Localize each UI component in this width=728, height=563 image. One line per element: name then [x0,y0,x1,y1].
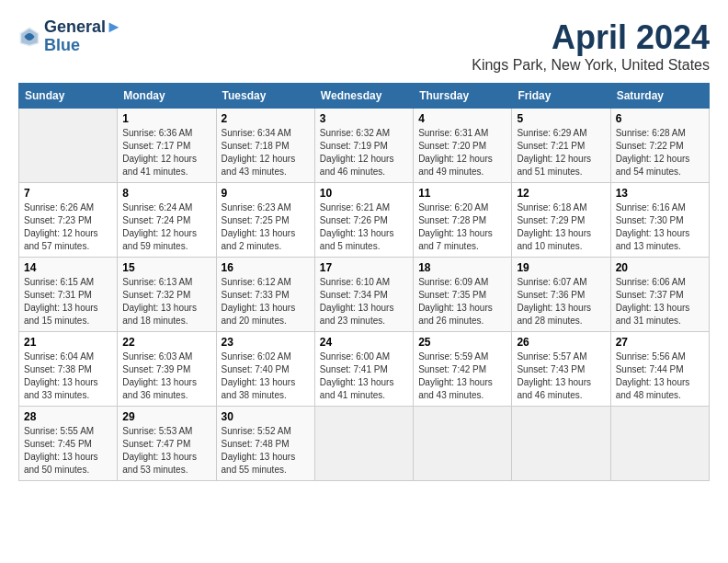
day-number: 29 [122,410,210,423]
day-info: Sunrise: 6:23 AM Sunset: 7:25 PM Dayligh… [222,201,310,253]
day-info: Sunrise: 6:21 AM Sunset: 7:26 PM Dayligh… [320,201,408,253]
calendar-cell: 6 Sunrise: 6:28 AM Sunset: 7:22 PM Dayli… [610,109,709,183]
day-info: Sunrise: 6:02 AM Sunset: 7:40 PM Dayligh… [222,350,310,402]
daylight-label: Daylight: 12 hours and 43 minutes. [222,154,296,177]
day-info: Sunrise: 6:13 AM Sunset: 7:32 PM Dayligh… [122,276,210,327]
day-info: Sunrise: 5:59 AM Sunset: 7:42 PM Dayligh… [418,350,506,402]
sunrise-label: Sunrise: 6:02 AM [222,351,291,362]
calendar-cell: 20 Sunrise: 6:06 AM Sunset: 7:37 PM Dayl… [610,258,709,332]
sunrise-label: Sunrise: 6:18 AM [517,202,586,213]
day-number: 14 [24,261,112,274]
calendar-cell: 27 Sunrise: 5:56 AM Sunset: 7:44 PM Dayl… [610,332,709,407]
sunrise-label: Sunrise: 6:09 AM [418,277,488,287]
sunset-label: Sunset: 7:18 PM [222,141,290,151]
daylight-label: Daylight: 12 hours and 51 minutes. [517,154,591,177]
calendar-cell: 17 Sunrise: 6:10 AM Sunset: 7:34 PM Dayl… [314,258,413,332]
calendar-cell: 23 Sunrise: 6:02 AM Sunset: 7:40 PM Dayl… [216,332,314,407]
sunrise-label: Sunrise: 6:26 AM [24,202,94,213]
calendar-table: SundayMondayTuesdayWednesdayThursdayFrid… [18,83,710,481]
daylight-label: Daylight: 13 hours and 50 minutes. [24,452,98,475]
daylight-label: Daylight: 12 hours and 49 minutes. [418,154,493,177]
daylight-label: Daylight: 13 hours and 23 minutes. [320,303,394,326]
sunset-label: Sunset: 7:25 PM [222,215,290,225]
sunrise-label: Sunrise: 6:04 AM [24,351,94,362]
calendar-title: April 2024 [472,18,710,57]
daylight-label: Daylight: 13 hours and 2 minutes. [222,228,296,251]
calendar-week-row: 7 Sunrise: 6:26 AM Sunset: 7:23 PM Dayli… [19,183,710,258]
daylight-label: Daylight: 13 hours and 26 minutes. [418,303,493,326]
day-number: 28 [24,410,112,423]
calendar-cell: 24 Sunrise: 6:00 AM Sunset: 7:41 PM Dayl… [314,332,413,407]
day-info: Sunrise: 6:12 AM Sunset: 7:33 PM Dayligh… [222,276,310,327]
day-number: 25 [418,336,506,349]
sunrise-label: Sunrise: 6:31 AM [418,128,488,138]
sunrise-label: Sunrise: 5:56 AM [616,351,686,362]
calendar-cell: 7 Sunrise: 6:26 AM Sunset: 7:23 PM Dayli… [19,183,118,258]
day-number: 16 [222,261,310,274]
sunset-label: Sunset: 7:30 PM [616,215,684,225]
calendar-cell: 8 Sunrise: 6:24 AM Sunset: 7:24 PM Dayli… [118,183,216,258]
sunrise-label: Sunrise: 6:21 AM [320,202,390,213]
sunset-label: Sunset: 7:37 PM [616,290,684,300]
day-info: Sunrise: 6:24 AM Sunset: 7:24 PM Dayligh… [122,201,210,253]
day-info: Sunrise: 5:53 AM Sunset: 7:47 PM Dayligh… [122,425,210,477]
sunrise-label: Sunrise: 6:36 AM [122,128,192,138]
column-header-friday: Friday [512,84,610,109]
sunrise-label: Sunrise: 5:57 AM [517,351,586,362]
sunset-label: Sunset: 7:24 PM [122,215,190,225]
day-info: Sunrise: 6:31 AM Sunset: 7:20 PM Dayligh… [418,127,506,178]
sunset-label: Sunset: 7:29 PM [517,215,585,225]
calendar-cell: 12 Sunrise: 6:18 AM Sunset: 7:29 PM Dayl… [512,183,610,258]
calendar-cell: 15 Sunrise: 6:13 AM Sunset: 7:32 PM Dayl… [118,258,216,332]
column-header-sunday: Sunday [19,84,118,109]
day-number: 12 [517,187,605,200]
sunrise-label: Sunrise: 6:16 AM [616,202,686,213]
daylight-label: Daylight: 13 hours and 46 minutes. [517,377,591,400]
column-header-thursday: Thursday [414,84,512,109]
day-info: Sunrise: 6:28 AM Sunset: 7:22 PM Dayligh… [616,127,704,178]
column-header-monday: Monday [118,84,216,109]
day-number: 21 [24,336,112,349]
sunset-label: Sunset: 7:40 PM [222,364,290,374]
calendar-cell [414,407,512,481]
sunrise-label: Sunrise: 6:07 AM [517,277,586,287]
daylight-label: Daylight: 12 hours and 57 minutes. [24,228,98,251]
calendar-cell: 16 Sunrise: 6:12 AM Sunset: 7:33 PM Dayl… [216,258,314,332]
day-number: 20 [616,261,704,274]
calendar-subtitle: Kings Park, New York, United States [472,57,710,74]
day-number: 10 [320,187,408,200]
sunset-label: Sunset: 7:42 PM [418,364,486,374]
day-number: 18 [418,261,506,274]
day-info: Sunrise: 5:52 AM Sunset: 7:48 PM Dayligh… [222,425,310,477]
day-info: Sunrise: 6:07 AM Sunset: 7:36 PM Dayligh… [517,276,605,327]
day-info: Sunrise: 6:10 AM Sunset: 7:34 PM Dayligh… [320,276,408,327]
sunrise-label: Sunrise: 6:24 AM [122,202,192,213]
daylight-label: Daylight: 13 hours and 53 minutes. [122,452,197,475]
sunset-label: Sunset: 7:45 PM [24,439,92,449]
sunrise-label: Sunrise: 6:29 AM [517,128,586,138]
day-number: 17 [320,261,408,274]
sunset-label: Sunset: 7:32 PM [122,290,190,300]
day-number: 7 [24,187,112,200]
day-number: 19 [517,261,605,274]
daylight-label: Daylight: 12 hours and 54 minutes. [616,154,690,177]
calendar-cell: 5 Sunrise: 6:29 AM Sunset: 7:21 PM Dayli… [512,109,610,183]
sunset-label: Sunset: 7:21 PM [517,141,585,151]
sunset-label: Sunset: 7:39 PM [122,364,190,374]
calendar-cell: 29 Sunrise: 5:53 AM Sunset: 7:47 PM Dayl… [118,407,216,481]
day-info: Sunrise: 6:29 AM Sunset: 7:21 PM Dayligh… [517,127,605,178]
day-info: Sunrise: 6:15 AM Sunset: 7:31 PM Dayligh… [24,276,112,327]
day-info: Sunrise: 6:18 AM Sunset: 7:29 PM Dayligh… [517,201,605,253]
day-info: Sunrise: 6:04 AM Sunset: 7:38 PM Dayligh… [24,350,112,402]
sunrise-label: Sunrise: 6:00 AM [320,351,390,362]
calendar-week-row: 1 Sunrise: 6:36 AM Sunset: 7:17 PM Dayli… [19,109,710,183]
sunset-label: Sunset: 7:26 PM [320,215,388,225]
sunset-label: Sunset: 7:33 PM [222,290,290,300]
title-block: April 2024 Kings Park, New York, United … [472,18,710,74]
day-number: 11 [418,187,506,200]
daylight-label: Daylight: 12 hours and 46 minutes. [320,154,394,177]
day-number: 22 [122,336,210,349]
sunset-label: Sunset: 7:41 PM [320,364,388,374]
sunset-label: Sunset: 7:36 PM [517,290,585,300]
day-number: 6 [616,112,704,125]
